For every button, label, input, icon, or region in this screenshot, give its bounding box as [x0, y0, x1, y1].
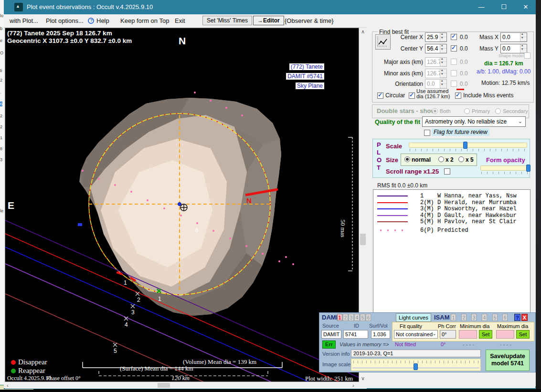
minor-axis-spinner[interactable]: 126.7 — [425, 69, 447, 78]
observer-row[interactable]: 2(M) D Herald, near Murrumba — [373, 199, 530, 206]
window-title: Plot event observations : Occult v.4.202… — [27, 3, 153, 10]
observer-row[interactable]: 4(M) D Gault, near Hawkesbur — [373, 212, 530, 218]
source-field[interactable]: DAMIT — [321, 330, 341, 339]
sky-plane-plot[interactable]: N 1 1 2 3 4 5 6 (772) Tanete 2025 Sep 18… — [5, 28, 359, 382]
include-miss-checkbox[interactable] — [455, 93, 461, 99]
isam-tab-4[interactable]: 4 — [482, 314, 487, 321]
damit-tab-5[interactable]: 5 — [360, 314, 365, 321]
size-x2-radio[interactable] — [438, 156, 444, 162]
observer-row[interactable]: 3(M) P Nosworthy, near Hazel — [373, 206, 530, 212]
scroll-range-label: Scroll range x1.25 — [386, 168, 439, 175]
rms-fit-label: RMS fit 0.0 ±0.0 km — [377, 182, 427, 189]
scroll-left-icon[interactable]: ‹ — [7, 382, 9, 388]
set-min-button[interactable]: Set — [479, 330, 492, 339]
size-normal-radio[interactable] — [404, 156, 410, 162]
horizontal-scroll-thumb[interactable] — [158, 383, 170, 388]
damit-tab-4[interactable]: 4 — [354, 314, 360, 321]
form-opacity-slider[interactable] — [480, 165, 529, 174]
isam-tab-2[interactable]: 2 — [461, 314, 467, 321]
circular-checkbox[interactable] — [377, 93, 383, 99]
menu-exit[interactable]: Exit — [175, 17, 185, 24]
version-info-field[interactable]: 2019-10-23, Q=1 — [351, 350, 481, 357]
vertical-scroll-thumb[interactable] — [360, 234, 366, 245]
scale-slider[interactable] — [409, 143, 527, 151]
both-radio[interactable] — [432, 108, 438, 114]
scroll-right-icon[interactable]: › — [352, 382, 354, 388]
ph-corr-memory-value: 0° — [441, 341, 446, 347]
survol-field[interactable]: 1.036 — [371, 330, 390, 339]
menu-keep-on-top[interactable]: Keep form on Top — [120, 17, 169, 24]
mass-y-spinner[interactable]: 0.0 — [500, 44, 527, 53]
isam-tab-5[interactable]: 5 — [492, 314, 498, 321]
scroll-range-checkbox[interactable] — [444, 168, 450, 175]
scroll-up-icon[interactable]: ∧ — [359, 29, 367, 35]
center-y-checkbox[interactable] — [451, 45, 457, 52]
phase-offset-label: Phase offset 0° — [46, 375, 81, 382]
center-y-error: 0.0 — [460, 45, 468, 52]
observer-row[interactable]: 1 W Hanna, near Yass, Nsw — [373, 193, 530, 199]
center-x-spinner[interactable]: 25.9 — [425, 32, 447, 42]
mass-x-spinner[interactable]: 0.0 — [500, 32, 527, 42]
image-scale-thumb[interactable] — [414, 363, 418, 370]
minimize-button[interactable]: — — [470, 0, 492, 14]
light-curves-button[interactable]: Light curves — [396, 313, 431, 322]
ph-corr-field[interactable]: 0° — [440, 330, 456, 339]
flag-review-checkbox[interactable] — [424, 130, 430, 136]
observer-row[interactable]: 5(M) H Pavlov, near St Clair — [373, 219, 530, 225]
set-miss-times-button[interactable]: Set 'Miss' Times — [202, 16, 252, 25]
use-assumed-checkbox[interactable] — [409, 93, 415, 99]
info-damit: DAMIT #5741 — [286, 73, 324, 80]
plot-horizontal-scrollbar[interactable] — [5, 382, 359, 389]
orientation-spinner[interactable]: 0.0 — [425, 79, 447, 89]
panel-close-button[interactable]: X — [521, 314, 528, 321]
surface-scale-label: (Surface) Mean dia = 144 km — [120, 365, 193, 372]
err-button[interactable]: Err — [322, 340, 336, 349]
primary-radio[interactable] — [464, 108, 470, 114]
menu-plot-options[interactable]: Plot options... — [46, 17, 84, 24]
editor-button[interactable]: →Editor — [253, 16, 284, 25]
minor-axis-checkbox[interactable] — [451, 70, 457, 76]
damit-tab-3[interactable]: 3 — [349, 314, 354, 321]
id-field[interactable]: 5741 — [343, 330, 368, 339]
center-y-spinner[interactable]: 56.4 — [425, 44, 447, 53]
observer-list[interactable]: 1 W Hanna, near Yass, Nsw 2(M) D Herald,… — [373, 189, 530, 314]
damit-tab-2[interactable]: 2 — [343, 314, 348, 321]
scroll-down-icon[interactable]: ∨ — [359, 375, 367, 382]
menu-with-plot[interactable]: with Plot... — [10, 17, 38, 24]
shape-model-checkbox[interactable] — [524, 52, 530, 59]
observer-row[interactable]: 6(P) Predicted — [373, 227, 530, 234]
set-max-button[interactable]: Set — [516, 330, 530, 339]
volume-scale-label: (Volume) Mean dia = 139 km — [183, 358, 256, 366]
orientation-checkbox[interactable] — [451, 81, 457, 87]
form-opacity-thumb[interactable] — [526, 165, 530, 172]
min-dia-field[interactable] — [459, 330, 477, 339]
isam-tab-3[interactable]: 3 — [471, 314, 477, 321]
maximize-button[interactable]: ☐ — [493, 0, 515, 14]
panel-help-button[interactable]: ? — [514, 314, 520, 321]
major-axis-spinner[interactable]: 126.7 — [425, 57, 447, 67]
image-scale-slider[interactable] — [351, 359, 481, 371]
max-dia-label: Maximum dia — [497, 323, 528, 329]
find-best-fit-button[interactable] — [375, 34, 391, 50]
major-axis-checkbox[interactable] — [451, 59, 457, 65]
secondary-radio[interactable] — [495, 108, 501, 114]
isam-tab-1[interactable]: 1 — [451, 314, 456, 321]
plot-letter-o: O — [377, 156, 382, 164]
quality-combo[interactable]: Astrometry only. No reliable size ⌄ — [422, 116, 526, 127]
fit-quality-combo[interactable]: Not constrained ⌄ — [394, 330, 438, 339]
damit-tab-6[interactable]: 6 — [366, 314, 371, 321]
center-x-checkbox[interactable] — [451, 34, 457, 40]
scale-slider-thumb[interactable] — [463, 142, 467, 149]
damit-tab-1[interactable]: 1 — [337, 314, 342, 321]
chord-1-line-sample — [377, 196, 408, 196]
save-update-button[interactable]: Save/update model 5741 — [486, 350, 530, 371]
close-button[interactable]: ✕ — [515, 0, 537, 14]
desktop-background-bottom — [0, 389, 541, 392]
size-x5-radio[interactable] — [458, 156, 464, 162]
isam-tab-6[interactable]: 6 — [502, 314, 508, 321]
orientation-label: Orientation — [380, 81, 423, 87]
disappear-mark-1 — [117, 272, 122, 274]
menu-help[interactable]: Help — [96, 17, 109, 24]
earth-symbol — [180, 204, 187, 211]
max-dia-field[interactable] — [496, 330, 514, 339]
